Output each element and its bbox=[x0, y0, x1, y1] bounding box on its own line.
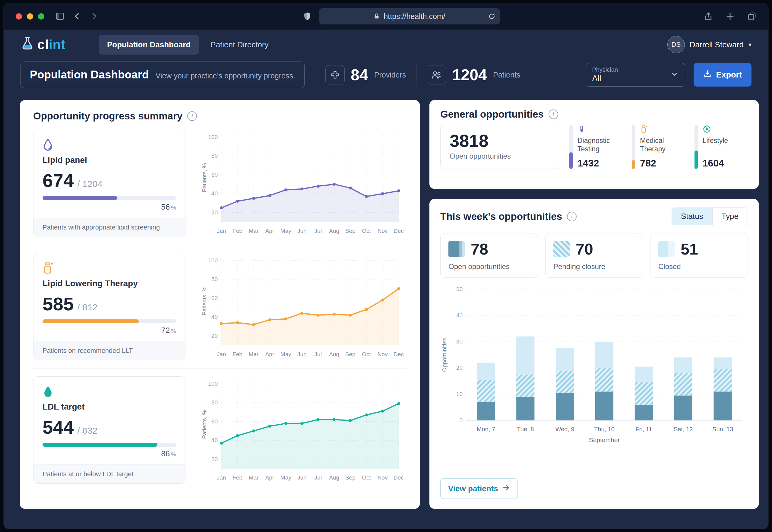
flask-logo-icon bbox=[21, 36, 34, 53]
svg-text:Feb: Feb bbox=[233, 474, 242, 481]
info-icon[interactable]: i bbox=[567, 212, 577, 221]
stat-value: 782 bbox=[640, 158, 685, 169]
toggle-status[interactable]: Status bbox=[672, 208, 712, 225]
chrome-actions bbox=[704, 12, 756, 21]
svg-text:60: 60 bbox=[211, 418, 218, 425]
svg-text:Jun: Jun bbox=[297, 228, 307, 234]
reload-icon[interactable] bbox=[488, 12, 496, 20]
close-window-button[interactable] bbox=[16, 13, 22, 20]
address-bar[interactable]: https://health.com/ bbox=[319, 8, 500, 24]
svg-text:Apr: Apr bbox=[265, 351, 274, 357]
svg-text:Mar: Mar bbox=[249, 351, 259, 357]
pending-swatch-icon bbox=[553, 241, 570, 257]
avatar: DS bbox=[667, 36, 685, 53]
zoom-window-button[interactable] bbox=[38, 13, 44, 20]
metric-total: / 1204 bbox=[77, 179, 102, 189]
metric-value: 544 bbox=[43, 416, 74, 438]
svg-text:September: September bbox=[589, 436, 620, 443]
opportunity-progress-summary-card: Opportunity progress summary i Lipid pan… bbox=[20, 100, 420, 509]
svg-text:Feb: Feb bbox=[233, 228, 242, 234]
svg-text:Oct: Oct bbox=[362, 351, 371, 357]
page-subtitle: View your practice’s opportunity progres… bbox=[156, 71, 295, 80]
gauge bbox=[694, 125, 698, 169]
tab-overview-icon[interactable] bbox=[747, 12, 756, 21]
new-tab-icon[interactable] bbox=[726, 12, 735, 21]
tile-closed: 51 Closed bbox=[650, 233, 748, 278]
open-opportunities-value: 3818 bbox=[450, 131, 551, 151]
tile-value: 70 bbox=[576, 240, 593, 258]
back-icon[interactable] bbox=[73, 12, 82, 21]
browser-chrome: https://health.com/ bbox=[4, 3, 768, 30]
sidebar-toggle-icon[interactable] bbox=[55, 11, 65, 21]
svg-text:Feb: Feb bbox=[233, 351, 242, 357]
tab-patient-directory[interactable]: Patient Directory bbox=[202, 35, 277, 55]
logo-text: clint bbox=[37, 37, 65, 52]
metric-caption: Patients on recommended LLT bbox=[33, 341, 185, 360]
svg-text:Fri, 11: Fri, 11 bbox=[635, 426, 652, 432]
svg-text:Sep: Sep bbox=[345, 351, 356, 357]
stat-diagnostic-testing: Diagnostic Testing 1432 bbox=[569, 125, 623, 169]
metric-caption: Patients with appropriate lipid screenin… bbox=[33, 218, 185, 237]
toggle-type[interactable]: Type bbox=[712, 208, 748, 225]
people-icon bbox=[427, 65, 446, 84]
forward-icon[interactable] bbox=[90, 12, 99, 21]
metric-row-lipid-panel: Lipid panel 674 / 1204 56% Patients with… bbox=[33, 122, 407, 245]
export-icon bbox=[703, 70, 712, 80]
svg-text:May: May bbox=[280, 228, 291, 234]
patients-count: 1204 bbox=[452, 66, 487, 84]
physician-select[interactable]: Physician All bbox=[586, 63, 685, 87]
user-menu[interactable]: DS Darrell Steward ▾ bbox=[667, 36, 751, 53]
metric-value: 585 bbox=[43, 293, 74, 315]
lipid-panel-trend-chart: JanFebMarAprMayJunJulAugSepOctNovDec2040… bbox=[201, 128, 403, 237]
physician-select-label: Physician bbox=[592, 66, 618, 73]
svg-text:80: 80 bbox=[211, 153, 218, 159]
medical-cross-icon bbox=[325, 65, 345, 84]
stat-medical-therapy: Medical Therapy 782 bbox=[632, 125, 685, 169]
progress-bar bbox=[43, 443, 176, 447]
privacy-shield-icon[interactable] bbox=[303, 12, 312, 21]
svg-text:Jul: Jul bbox=[315, 228, 322, 234]
metric-row-llt: Lipid Lowering Therapy 585 / 812 72% Pat… bbox=[33, 245, 407, 368]
share-icon[interactable] bbox=[704, 12, 713, 21]
svg-text:Mar: Mar bbox=[249, 474, 259, 481]
metric-total: / 632 bbox=[77, 426, 97, 436]
svg-text:Patients, %: Patients, % bbox=[201, 163, 207, 192]
svg-text:20: 20 bbox=[211, 456, 218, 462]
metric-caption: Patients at or below LDL target bbox=[33, 464, 185, 483]
tile-pending-closure: 70 Pending closure bbox=[545, 233, 643, 278]
tab-population-dashboard[interactable]: Population Dashboard bbox=[99, 35, 199, 55]
svg-text:Sat, 12: Sat, 12 bbox=[674, 426, 693, 432]
stat-label: Medical Therapy bbox=[640, 136, 685, 153]
tile-open-opportunities: 78 Open opportunities bbox=[440, 233, 538, 278]
stat-label: Lifestyle bbox=[703, 136, 728, 145]
svg-text:Tue, 8: Tue, 8 bbox=[517, 426, 534, 432]
svg-text:Nov: Nov bbox=[378, 351, 388, 357]
view-patients-button[interactable]: View patients bbox=[440, 478, 518, 499]
svg-text:Patients, %: Patients, % bbox=[201, 410, 207, 439]
svg-text:May: May bbox=[280, 474, 291, 481]
export-button[interactable]: Export bbox=[694, 63, 751, 87]
svg-text:Jan: Jan bbox=[217, 228, 226, 234]
providers-label: Providers bbox=[374, 71, 406, 79]
svg-text:Aug: Aug bbox=[329, 228, 339, 234]
app-logo[interactable]: clint bbox=[21, 36, 65, 53]
summary-card-title: Opportunity progress summary bbox=[33, 110, 182, 122]
minimize-window-button[interactable] bbox=[27, 13, 33, 20]
svg-text:Oct: Oct bbox=[362, 474, 371, 481]
tile-value: 51 bbox=[681, 240, 698, 258]
closed-swatch-icon bbox=[658, 241, 675, 257]
open-swatch-icon bbox=[448, 241, 465, 257]
patients-kpi: 1204 Patients bbox=[427, 65, 520, 84]
lifestyle-wheel-icon bbox=[703, 125, 728, 135]
svg-text:Patients, %: Patients, % bbox=[201, 287, 207, 315]
providers-count: 84 bbox=[351, 66, 368, 84]
svg-text:80: 80 bbox=[211, 276, 218, 282]
url-text: https://health.com/ bbox=[384, 12, 445, 21]
svg-text:20: 20 bbox=[211, 333, 218, 339]
info-icon[interactable]: i bbox=[187, 111, 197, 121]
info-icon[interactable]: i bbox=[549, 109, 558, 119]
svg-text:100: 100 bbox=[208, 134, 218, 140]
app: clint Population Dashboard Patient Direc… bbox=[4, 30, 768, 529]
svg-text:Nov: Nov bbox=[378, 228, 388, 234]
open-opportunities-label: Open opportunities bbox=[450, 152, 551, 160]
